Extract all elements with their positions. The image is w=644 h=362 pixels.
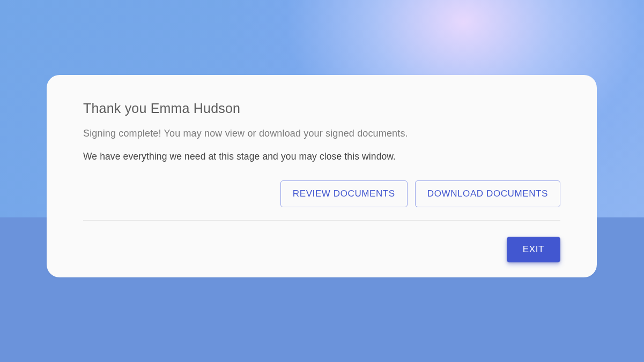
exit-button[interactable]: EXIT bbox=[507, 237, 560, 262]
review-documents-button[interactable]: REVIEW DOCUMENTS bbox=[280, 180, 408, 207]
thank-you-title: Thank you Emma Hudson bbox=[83, 101, 560, 116]
close-window-instruction: We have everything we need at this stage… bbox=[83, 151, 560, 162]
footer-actions: EXIT bbox=[83, 237, 560, 262]
download-documents-button[interactable]: DOWNLOAD DOCUMENTS bbox=[415, 180, 560, 207]
document-actions: REVIEW DOCUMENTS DOWNLOAD DOCUMENTS bbox=[83, 180, 560, 207]
signing-complete-message: Signing complete! You may now view or do… bbox=[83, 128, 560, 139]
divider bbox=[83, 220, 560, 221]
confirmation-card: Thank you Emma Hudson Signing complete! … bbox=[47, 75, 597, 277]
